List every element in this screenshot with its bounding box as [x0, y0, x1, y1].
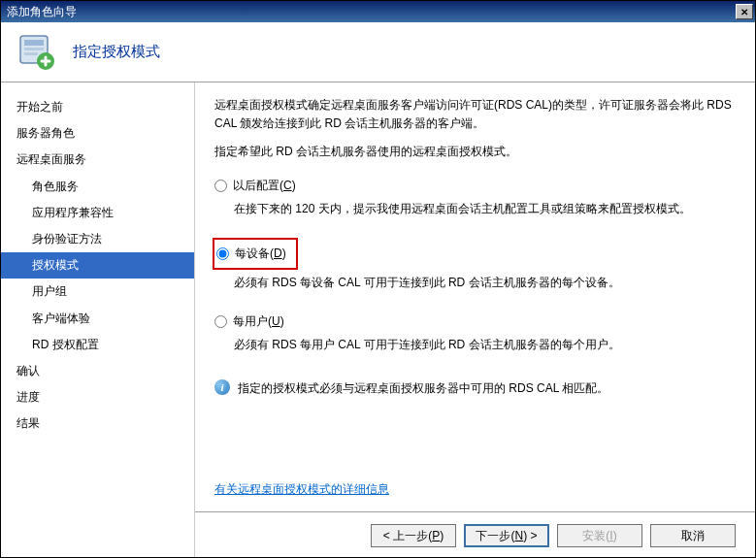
info-icon: i [214, 379, 230, 395]
nav-before-begin[interactable]: 开始之前 [1, 94, 194, 120]
wizard-header: 指定授权模式 [1, 22, 755, 82]
wizard-window: 添加角色向导 ✕ 指定授权模式 开始之前 服务器角色 远程桌面服务 角色服务 应… [0, 0, 756, 558]
install-button: 安装(I) [557, 524, 642, 547]
close-button[interactable]: ✕ [736, 4, 753, 19]
nav-progress[interactable]: 进度 [1, 384, 194, 410]
svg-rect-1 [24, 40, 44, 46]
option-user: 每用户(U) 必须有 RDS 每用户 CAL 可用于连接到此 RD 会话主机服务… [214, 312, 736, 368]
nav-rd-license-config[interactable]: RD 授权配置 [1, 332, 194, 358]
radio-user-row[interactable]: 每用户(U) [214, 312, 736, 332]
option-later: 以后配置(C) 在接下来的 120 天内，提示我使用远程桌面会话主机配置工具或组… [214, 176, 736, 232]
radio-device[interactable] [216, 247, 229, 260]
highlight-device: 每设备(D) [213, 238, 298, 270]
titlebar: 添加角色向导 ✕ [1, 1, 755, 22]
link-row: 有关远程桌面授权模式的详细信息 [214, 481, 736, 511]
nav-server-roles[interactable]: 服务器角色 [1, 120, 194, 147]
nav-user-groups[interactable]: 用户组 [1, 279, 194, 305]
intro-text: 远程桌面授权模式确定远程桌面服务客户端访问许可证(RDS CAL)的类型，许可证… [214, 96, 736, 133]
nav-rds[interactable]: 远程桌面服务 [1, 147, 194, 173]
svg-rect-2 [24, 48, 44, 50]
nav-role-services[interactable]: 角色服务 [1, 174, 194, 200]
radio-device-row[interactable]: 每设备(D) [216, 244, 286, 264]
nav-app-compat[interactable]: 应用程序兼容性 [1, 200, 194, 226]
desc-later: 在接下来的 120 天内，提示我使用远程桌面会话主机配置工具或组策略来配置授权模… [214, 196, 736, 232]
nav-results[interactable]: 结果 [1, 410, 194, 437]
content-pane: 远程桌面授权模式确定远程桌面服务客户端访问许可证(RDS CAL)的类型，许可证… [195, 82, 755, 557]
svg-rect-3 [24, 52, 38, 55]
desc-user: 必须有 RDS 每用户 CAL 可用于连接到此 RD 会话主机服务器的每个用户。 [214, 332, 736, 368]
more-info-link[interactable]: 有关远程桌面授权模式的详细信息 [214, 482, 389, 496]
desc-device: 必须有 RDS 每设备 CAL 可用于连接到此 RD 会话主机服务器的每个设备。 [214, 270, 736, 306]
option-device: 每设备(D) 必须有 RDS 每设备 CAL 可用于连接到此 RD 会话主机服务… [214, 238, 736, 306]
radio-later-label: 以后配置(C) [233, 178, 296, 194]
nav-auth-method[interactable]: 身份验证方法 [1, 226, 194, 252]
cancel-button[interactable]: 取消 [650, 524, 736, 547]
radio-device-label: 每设备(D) [235, 246, 286, 262]
button-row: < 上一步(P) 下一步(N) > 安装(I) 取消 [214, 512, 736, 547]
radio-user-label: 每用户(U) [233, 313, 284, 330]
next-button[interactable]: 下一步(N) > [464, 524, 549, 547]
info-row: i 指定的授权模式必须与远程桌面授权服务器中可用的 RDS CAL 相匹配。 [214, 379, 736, 398]
radio-later[interactable] [214, 180, 227, 192]
prev-button[interactable]: < 上一步(P) [371, 524, 456, 547]
nav-client-exp[interactable]: 客户端体验 [1, 306, 194, 332]
wizard-icon [16, 32, 57, 73]
info-text: 指定的授权模式必须与远程桌面授权服务器中可用的 RDS CAL 相匹配。 [238, 379, 608, 398]
prompt-text: 指定希望此 RD 会话主机服务器使用的远程桌面授权模式。 [214, 143, 736, 161]
page-title: 指定授权模式 [73, 43, 160, 61]
radio-user[interactable] [214, 315, 227, 328]
window-title: 添加角色向导 [7, 4, 77, 20]
sidebar: 开始之前 服务器角色 远程桌面服务 角色服务 应用程序兼容性 身份验证方法 授权… [1, 82, 195, 557]
wizard-body: 开始之前 服务器角色 远程桌面服务 角色服务 应用程序兼容性 身份验证方法 授权… [1, 82, 755, 557]
nav-licensing-mode[interactable]: 授权模式 [1, 252, 194, 279]
radio-later-row[interactable]: 以后配置(C) [214, 176, 736, 196]
nav-confirm[interactable]: 确认 [1, 358, 194, 384]
